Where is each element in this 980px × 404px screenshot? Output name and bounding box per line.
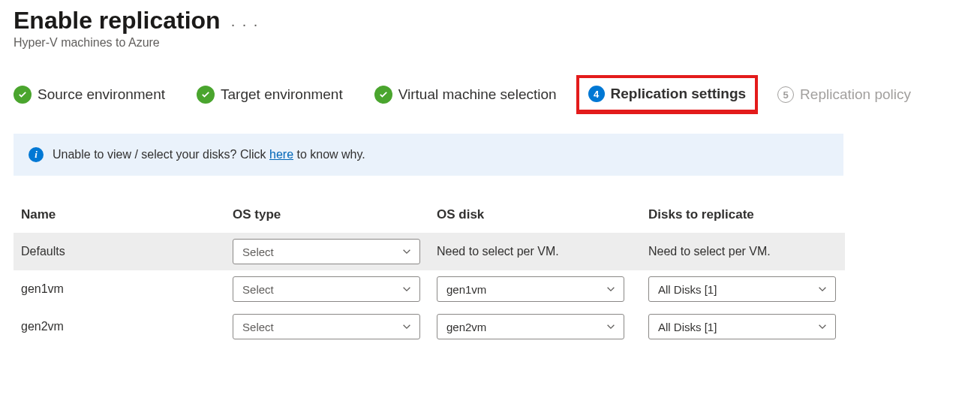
chevron-down-icon xyxy=(606,284,616,294)
check-icon xyxy=(197,86,215,104)
dropdown-value: All Disks [1] xyxy=(658,321,717,333)
dropdown-value: Select xyxy=(242,321,274,333)
info-text-before: Unable to view / select your disks? Clic… xyxy=(53,148,269,161)
step-label: Virtual machine selection xyxy=(398,86,557,103)
more-actions-button[interactable]: · · · xyxy=(231,8,260,33)
os-type-select-defaults[interactable]: Select xyxy=(233,239,420,264)
info-banner: i Unable to view / select your disks? Cl… xyxy=(14,134,843,176)
os-disk-select[interactable]: gen2vm xyxy=(437,314,624,339)
col-header-name: Name xyxy=(14,201,225,233)
step-label: Replication policy xyxy=(800,86,911,103)
wizard-steps: Source environment Target environment Vi… xyxy=(14,86,966,104)
cell-name: gen1vm xyxy=(14,270,225,308)
info-link-here[interactable]: here xyxy=(269,148,293,161)
col-header-disks: Disks to replicate xyxy=(641,201,845,233)
page-title: Enable replication xyxy=(14,6,221,35)
col-header-os-disk: OS disk xyxy=(429,201,641,233)
table-row: gen2vm Select gen2vm xyxy=(14,308,845,345)
chevron-down-icon xyxy=(401,284,412,294)
check-icon xyxy=(14,86,32,104)
step-target-environment[interactable]: Target environment xyxy=(197,86,343,104)
step-source-environment[interactable]: Source environment xyxy=(14,86,165,104)
dropdown-value: Select xyxy=(242,246,274,258)
disks-to-replicate-select[interactable]: All Disks [1] xyxy=(648,314,836,339)
step-replication-settings[interactable]: 4 Replication settings xyxy=(588,86,747,102)
cell-name: gen2vm xyxy=(14,308,225,345)
chevron-down-icon xyxy=(817,284,828,294)
step-label: Source environment xyxy=(38,86,165,103)
chevron-down-icon xyxy=(606,321,616,332)
os-type-select[interactable]: Select xyxy=(233,314,420,339)
dropdown-value: All Disks [1] xyxy=(658,283,717,296)
disks-to-replicate-select[interactable]: All Disks [1] xyxy=(648,276,836,302)
step-number-icon: 5 xyxy=(777,86,794,103)
step-label: Target environment xyxy=(221,86,343,103)
replication-table: Name OS type OS disk Disks to replicate … xyxy=(14,201,845,345)
cell-name: Defaults xyxy=(14,233,225,270)
table-row-defaults: Defaults Select Need to select per VM. N… xyxy=(14,233,845,270)
check-icon xyxy=(374,86,392,104)
cell-os-disk: Need to select per VM. xyxy=(429,233,641,270)
os-disk-select[interactable]: gen1vm xyxy=(437,276,624,302)
info-text: Unable to view / select your disks? Clic… xyxy=(53,148,365,161)
chevron-down-icon xyxy=(817,321,828,332)
step-number-icon: 4 xyxy=(588,86,605,102)
active-step-highlight: 4 Replication settings xyxy=(576,75,759,114)
os-type-select[interactable]: Select xyxy=(233,276,420,302)
table-header-row: Name OS type OS disk Disks to replicate xyxy=(14,201,845,233)
step-vm-selection[interactable]: Virtual machine selection xyxy=(374,86,557,104)
table-row: gen1vm Select gen1vm xyxy=(14,270,845,308)
info-icon: i xyxy=(29,147,44,162)
page-subtitle: Hyper-V machines to Azure xyxy=(14,36,966,50)
cell-disks: Need to select per VM. xyxy=(641,233,845,270)
col-header-os-type: OS type xyxy=(225,201,429,233)
info-text-after: to know why. xyxy=(293,148,365,161)
step-replication-policy[interactable]: 5 Replication policy xyxy=(777,86,911,103)
step-label: Replication settings xyxy=(611,86,747,102)
dropdown-value: gen1vm xyxy=(446,283,486,296)
chevron-down-icon xyxy=(401,321,412,332)
dropdown-value: gen2vm xyxy=(446,321,486,333)
dropdown-value: Select xyxy=(242,283,274,296)
chevron-down-icon xyxy=(401,246,412,257)
